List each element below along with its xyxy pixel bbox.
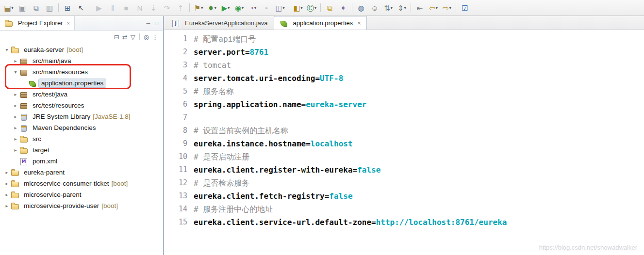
tree-item-microservice-parent[interactable]: ▸microservice-parent [0, 189, 163, 200]
dropdown-arrow-icon[interactable]: ▾ [228, 6, 230, 10]
terminate-icon[interactable]: ■ [120, 2, 132, 14]
code-line[interactable]: server.port=8761 [194, 46, 644, 59]
stop-server-icon[interactable]: ▪ [260, 2, 273, 14]
open-folders-icon[interactable]: ⧉ [323, 2, 336, 14]
suspend-icon[interactable]: ‖ [106, 2, 119, 14]
minimize-button[interactable]: ─ [147, 20, 150, 26]
expand-arrow-icon[interactable]: ▸ [12, 136, 19, 142]
dropdown-arrow-icon[interactable]: ▾ [283, 6, 285, 10]
expand-arrow-icon[interactable]: ▸ [12, 114, 19, 119]
expand-arrow-icon[interactable]: ▸ [12, 103, 19, 108]
external-tools-icon[interactable]: ⚑▾ [192, 2, 205, 14]
step-over-icon[interactable]: ↷ [161, 2, 173, 14]
sort-asc-icon[interactable]: ⇅▾ [382, 2, 395, 14]
tree-item-euraka-server[interactable]: ▾euraka-server[boot] [0, 44, 163, 55]
code-line[interactable]: # 配置api端口号 [194, 32, 644, 46]
expand-arrow-icon[interactable]: ▸ [12, 147, 19, 153]
tree-item-jre-system-library[interactable]: ▸JRE System Library[JavaSE-1.8] [0, 111, 163, 122]
tree-item-target[interactable]: ▸target [0, 144, 163, 156]
tab-application-properties[interactable]: application.properties × [274, 16, 367, 30]
tree-item-src-main-java[interactable]: ▸src/main/java [0, 55, 163, 66]
dropdown-arrow-icon[interactable]: ▾ [436, 6, 438, 10]
maximize-button[interactable]: □ [155, 20, 158, 26]
expand-arrow-icon[interactable]: ▸ [12, 92, 19, 97]
sort-tree-icon[interactable]: ⇕▾ [396, 2, 408, 14]
expand-arrow-icon[interactable]: ▸ [12, 125, 19, 130]
expand-arrow-icon[interactable]: ▸ [3, 203, 11, 208]
dropdown-arrow-icon[interactable]: ▾ [254, 6, 256, 10]
code-line[interactable]: # 服务注册中心的地址 [194, 203, 644, 216]
print-icon[interactable]: ▥ [43, 2, 56, 14]
code-line[interactable]: # 是否启动注册 [194, 150, 644, 163]
previous-edit-icon[interactable]: ⇤ [413, 2, 426, 14]
magic-wand-icon[interactable]: ✦ [337, 2, 349, 14]
close-tab-icon[interactable]: × [357, 19, 361, 27]
code-line[interactable]: eureka.instance.hostname=localhost [194, 137, 644, 150]
link-with-editor-icon[interactable]: ⇄ [122, 34, 128, 40]
expand-arrow-icon[interactable]: ▸ [3, 170, 11, 175]
tree-item-eureka-parent[interactable]: ▸eureka-parent [0, 167, 163, 178]
code-editor[interactable]: 123456789101112131415 # 配置api端口号server.p… [164, 30, 644, 229]
back-icon[interactable]: ⇦▾ [427, 2, 440, 14]
select-tool-icon[interactable]: ↖ [75, 2, 87, 14]
debug-icon[interactable]: ✹▾ [206, 2, 218, 14]
expand-arrow-icon[interactable]: ▸ [3, 192, 11, 197]
collapse-arrow-icon[interactable]: ▾ [12, 69, 19, 75]
tree-item-microservice-provide-user[interactable]: ▸microservice-provide-user[boot] [0, 200, 163, 211]
collapse-all-icon[interactable]: ⊟ [114, 34, 119, 40]
tree-item-src-main-resources[interactable]: ▾src/main/resources [0, 66, 163, 78]
resume-icon[interactable]: ▶ [93, 2, 105, 14]
run-icon[interactable]: ▶▾ [219, 2, 232, 14]
dropdown-arrow-icon[interactable]: ▾ [301, 6, 303, 10]
dropdown-arrow-icon[interactable]: ▾ [404, 6, 406, 10]
dropdown-arrow-icon[interactable]: ▾ [12, 6, 14, 10]
new-class-icon[interactable]: Ⓒ▾ [305, 2, 318, 14]
code-line[interactable]: eureka.client.service-url.default-zone=h… [194, 216, 644, 229]
focus-icon[interactable]: ◎ [144, 34, 149, 40]
new-wizard-icon[interactable]: ▤▾ [2, 2, 15, 14]
dropdown-arrow-icon[interactable]: ▾ [201, 6, 203, 10]
collapse-arrow-icon[interactable]: ▾ [3, 47, 11, 52]
code-line[interactable]: # 设置当前实例的主机名称 [194, 124, 644, 137]
expand-arrow-icon[interactable]: ▸ [12, 58, 19, 64]
close-view-icon[interactable]: × [66, 20, 69, 26]
tree-item-application-properties[interactable]: application.properties [0, 78, 163, 89]
tree-item-microservice-consumer-ticket[interactable]: ▸microservice-consumer-ticket[boot] [0, 178, 163, 189]
profile-icon[interactable]: ◔▾ [247, 2, 259, 14]
dropdown-arrow-icon[interactable]: ▾ [449, 6, 451, 10]
forward-icon[interactable]: ⇨▾ [441, 2, 453, 14]
new-java-project-icon[interactable]: ◧▾ [292, 2, 304, 14]
step-return-icon[interactable]: ⇡ [174, 2, 187, 14]
tree-item-src[interactable]: ▸src [0, 133, 163, 144]
view-menu-icon[interactable]: ⋮ [152, 34, 158, 40]
open-console-icon[interactable]: ⊞ [61, 2, 74, 14]
servers-icon[interactable]: ◫▾ [274, 2, 286, 14]
open-task-icon[interactable]: ☑ [459, 2, 471, 14]
dropdown-arrow-icon[interactable]: ▾ [391, 6, 393, 10]
tree-item-src-test-java[interactable]: ▸src/test/java [0, 89, 163, 100]
dropdown-arrow-icon[interactable]: ▾ [242, 6, 244, 10]
relaunch-icon[interactable]: N [133, 2, 146, 14]
code-line[interactable] [194, 111, 644, 124]
world-icon[interactable]: ◍ [355, 2, 367, 14]
dropdown-arrow-icon[interactable]: ▾ [314, 6, 316, 10]
code-line[interactable]: eureka.client.fetch-registry=false [194, 190, 644, 203]
tab-eurekaserverapplication-java[interactable]: EurekaServerApplication.java [165, 16, 274, 30]
code-line[interactable]: # tomcat [194, 59, 644, 72]
code-line[interactable]: # 服务名称 [194, 85, 644, 98]
dropdown-arrow-icon[interactable]: ▾ [215, 6, 216, 10]
code-line[interactable]: eureka.client.register-with-eureka=false [194, 163, 644, 176]
tree-item-src-test-resources[interactable]: ▸src/test/resources [0, 100, 163, 111]
step-into-icon[interactable]: ⇣ [147, 2, 160, 14]
tree-item-pom-xml[interactable]: pom.xml [0, 156, 163, 167]
code-line[interactable]: server.tomcat.uri-encoding=UTF-8 [194, 72, 644, 85]
expand-arrow-icon[interactable]: ▸ [3, 181, 11, 186]
filter-icon[interactable]: ▽ [131, 34, 135, 40]
code-line[interactable]: spring.application.name=eureka-server [194, 98, 644, 111]
tab-project-explorer[interactable]: Project Explorer × [0, 16, 75, 30]
save-all-icon[interactable]: ⧉ [30, 2, 42, 14]
tree-item-maven-dependencies[interactable]: ▸Maven Dependencies [0, 122, 163, 133]
coverage-icon[interactable]: ◉▾ [233, 2, 246, 14]
team-icon[interactable]: ☺ [368, 2, 381, 14]
code-line[interactable]: # 是否检索服务 [194, 176, 644, 190]
